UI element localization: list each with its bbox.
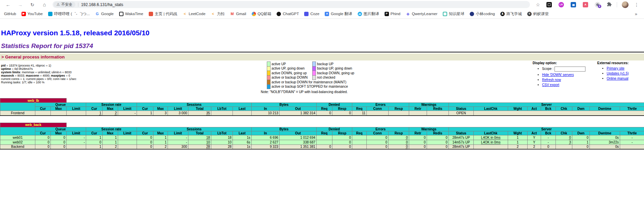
stat-cell: 28 [211, 144, 233, 149]
proxy-name: web_back [0, 123, 67, 127]
bookmark-item[interactable]: <LeetCode [180, 10, 208, 17]
stat-cell: - [541, 140, 556, 144]
bookmark-item[interactable]: Coze [301, 10, 322, 17]
process-info-line: Running tasks: 1/7; idle = 100 % [1, 81, 76, 84]
stats-table-web_back: web_backQueueSession rateSessionsBytesDe… [0, 123, 644, 150]
bookmark-label: 小林coding [476, 11, 495, 16]
stat-cell: 2 [508, 144, 528, 149]
bookmark-item[interactable]: AGoogle 翻译 [322, 10, 355, 17]
bookmark-item[interactable]: 知识星球 [440, 10, 467, 17]
extension-reader-icon[interactable] [546, 2, 552, 7]
extension-lr-icon[interactable]: LR [559, 2, 564, 7]
address-bar[interactable]: ⚠ 不安全 192.168.6.131/ha_stats [52, 1, 530, 8]
bookmark-label: ChatGPT [283, 12, 299, 16]
column-header: Max [103, 107, 118, 111]
bookmark-label: QwertyLearner [412, 12, 437, 16]
bookmark-item[interactable]: MGmail [227, 10, 249, 17]
extension-blue-icon[interactable] [571, 2, 576, 7]
extension-wappalyzer-icon[interactable]: 6 [595, 2, 600, 7]
security-chip[interactable]: ⚠ 不安全 [53, 2, 75, 7]
chatgpt-favicon [277, 12, 281, 16]
proxy-title-row: web_back [0, 123, 644, 127]
bookmark-item[interactable]: WakaTime [116, 10, 146, 17]
column-header: Last [233, 131, 252, 135]
stat-cell: - [168, 140, 188, 144]
haproxy-version-link[interactable]: HAProxy version 1.5.18, released 2016/05… [1, 29, 149, 37]
bookmark-star-icon[interactable]: ☆ [536, 2, 540, 7]
bookmark-label: Google 翻译 [331, 11, 352, 16]
column-header: Dwntme [590, 107, 620, 111]
bookmark-item[interactable]: ◆QwertyLearner [403, 10, 440, 17]
bookmark-item[interactable]: S蚂蚁课堂 [525, 10, 551, 17]
bookmark-item[interactable]: 哔哩哔哩 (゜-゜)つ... [45, 10, 93, 17]
home-icon[interactable]: ⌂ [40, 2, 49, 7]
external-resource-link[interactable]: Primary site [607, 67, 624, 70]
stat-cell: 0 [332, 144, 352, 149]
stat-cell [352, 135, 367, 140]
forward-icon[interactable]: → [16, 2, 25, 7]
column-group-server: Server [449, 103, 644, 107]
browser-menu-icon[interactable]: ⋮ [634, 2, 639, 7]
profile-avatar[interactable] [622, 1, 629, 8]
external-resource-link[interactable]: Online manual [607, 77, 628, 80]
stat-cell: 10 [211, 140, 233, 144]
extension-translate-icon[interactable]: A [583, 2, 588, 7]
bookmark-item[interactable]: PPhind [382, 10, 403, 17]
stat-cell: 28m47s UP [449, 135, 474, 140]
stat-cell: - [620, 135, 644, 140]
stat-cell: 0 [317, 144, 332, 149]
stat-cell: 0 [556, 135, 572, 140]
external-resources: External resources: Primary siteUpdates … [597, 61, 629, 82]
column-header: LbTot [211, 107, 233, 111]
stat-cell: 1 [153, 135, 168, 140]
column-header: Status [449, 107, 474, 111]
bookmark-item[interactable]: 主页 | 代码战 [146, 10, 180, 17]
bookmark-item[interactable]: ChatGPT [274, 10, 301, 17]
stat-cell: 6s [233, 140, 252, 144]
display-option-link[interactable]: Refresh now [542, 78, 561, 82]
stat-cell: 0 [35, 135, 51, 140]
column-group-errors: Errors [352, 103, 409, 107]
column-header: Act [528, 107, 541, 111]
bookmark-item[interactable]: GitHub [1, 10, 19, 17]
bookmark-item[interactable]: ☁图片翻译 [355, 10, 382, 17]
bookmarks-overflow-icon[interactable]: » [635, 11, 637, 16]
column-group-warnings: Warnings [409, 127, 449, 131]
stat-cell: 0 [51, 135, 67, 140]
xiaolin-favicon [470, 12, 474, 16]
bookmark-item[interactable]: ▶YouTube [19, 10, 45, 17]
column-header: Dwn [572, 131, 590, 135]
coze-favicon [304, 12, 309, 16]
column-header: Act [528, 131, 541, 135]
stat-cell: 0 [572, 135, 590, 140]
back-icon[interactable]: ← [4, 2, 12, 7]
bookmark-item[interactable]: ♟路飞学城 [498, 10, 525, 17]
stat-cell: 1 [137, 111, 153, 116]
column-header: Max [153, 131, 168, 135]
reload-icon[interactable]: ↻ [28, 2, 37, 7]
bookmark-item[interactable]: QQ邮箱 [249, 10, 274, 17]
row-name: web01 [0, 135, 35, 140]
display-option-link[interactable]: CSV export [542, 83, 559, 87]
column-header: Limit [67, 131, 86, 135]
table-row-frontend: Frontend12-133 0003510 2131 382 3140011O… [0, 111, 644, 116]
column-header: Req [317, 131, 332, 135]
bookmark-item[interactable]: GGoogle [93, 10, 116, 17]
stat-cell: 0 [427, 144, 449, 149]
leetcode-favicon: < [183, 12, 187, 16]
stat-cell: 2 [103, 144, 118, 149]
bookmark-item[interactable]: <力扣 [208, 10, 227, 17]
stat-cell [556, 144, 572, 149]
column-header: Limit [168, 131, 188, 135]
stat-cell: 3m22s [590, 140, 620, 144]
stat-cell: 0 [332, 111, 352, 116]
scope-input[interactable] [554, 67, 585, 72]
bookmark-item[interactable]: 小林coding [467, 10, 498, 17]
column-header: Limit [118, 107, 137, 111]
stat-cell: 0 [409, 135, 427, 140]
external-resource-link[interactable]: Updates (v1.5) [607, 72, 629, 75]
extensions-puzzle-icon[interactable] [607, 2, 612, 8]
display-option-link[interactable]: Hide 'DOWN' servers [542, 73, 574, 77]
stat-cell: 0 [389, 140, 409, 144]
legend-label: backup UP, going down [316, 66, 359, 71]
